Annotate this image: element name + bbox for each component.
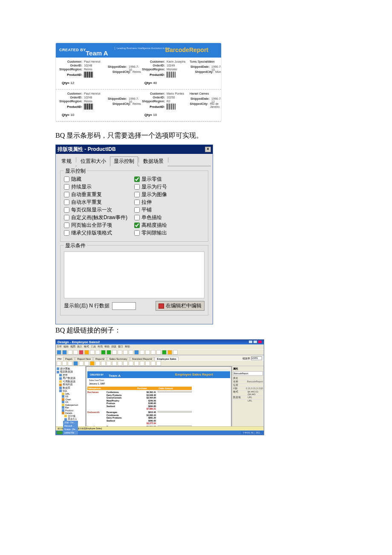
ide-bottom-panel[interactable]: 设计面板(设计视图中显示的是Employee Sales) bbox=[56, 426, 264, 431]
doc-tab[interactable]: Page1 bbox=[63, 357, 75, 361]
ide-menubar[interactable]: 文件编辑视图插入格式工具布局帮助排版窗口帮助 bbox=[56, 344, 264, 349]
label-customer: Customer: bbox=[58, 60, 83, 63]
tab-general[interactable]: 常规 bbox=[58, 156, 75, 166]
tree-icon bbox=[59, 377, 62, 380]
tree-icon bbox=[62, 398, 64, 401]
checkbox-right-3[interactable]: 拉伸 bbox=[134, 199, 205, 206]
checkbox-right-6[interactable]: 高精度描绘 bbox=[134, 222, 205, 229]
checkbox-right-4[interactable]: 平铺 bbox=[134, 206, 205, 214]
tree-node[interactable]: 数据库 bbox=[57, 387, 84, 390]
property-row[interactable]: 位置 bbox=[233, 383, 263, 387]
tree-icon bbox=[59, 387, 62, 389]
minimize-icon[interactable] bbox=[248, 340, 253, 344]
tree-node[interactable]: 合计项 bbox=[57, 415, 84, 418]
tab-data-scene[interactable]: 数据场景 bbox=[139, 156, 167, 166]
tree-node[interactable]: Product bbox=[57, 409, 84, 412]
tree-node[interactable]: URL bbox=[57, 393, 84, 395]
doc-tab[interactable]: Sales Summary bbox=[107, 357, 129, 361]
windows-taskbar[interactable]: 开始 - Out...Microsoft ...Notepa - [Re...u… bbox=[56, 431, 264, 435]
property-row[interactable]: 类名 bbox=[233, 376, 263, 380]
menu-item[interactable]: 帮助 bbox=[125, 345, 130, 349]
barcode-report-card: CREATED BY Team A Leading Business Intel… bbox=[55, 43, 222, 122]
tree-node[interactable]: Details bbox=[57, 412, 84, 414]
menu-item[interactable]: 工具 bbox=[91, 345, 96, 349]
tree-node[interactable]: 用户数据源 bbox=[57, 377, 84, 380]
report-row: Customer:Paul Henriot OrderID:10248 Ship… bbox=[56, 90, 221, 121]
taskbar-item[interactable]: 开始 - Out... bbox=[63, 421, 78, 424]
ide-document-tabs[interactable]: PM Page1Report NewReport2Sales SummarySt… bbox=[56, 355, 264, 360]
dialog-titlebar[interactable]: 排版项属性 - ProductIDB × bbox=[56, 145, 213, 154]
zoom-input[interactable] bbox=[251, 356, 262, 360]
taskbar-item[interactable]: Microsoft ... bbox=[63, 424, 78, 428]
tree-node[interactable]: 所在行1 bbox=[57, 418, 84, 421]
checkbox-left-0[interactable]: 隐藏 bbox=[64, 176, 134, 183]
tree-icon bbox=[64, 418, 67, 421]
checkbox-left-7[interactable]: 继承父排版项格式 bbox=[64, 229, 134, 237]
checkbox-right-2[interactable]: 显示为图像 bbox=[134, 191, 205, 198]
tree-node[interactable]: Bar bbox=[57, 406, 84, 409]
checkbox-right-5[interactable]: 单色描绘 bbox=[134, 214, 205, 221]
taskbar-item[interactable]: untitled File bbox=[63, 431, 78, 434]
close-icon[interactable]: × bbox=[205, 147, 211, 152]
taskbar-item[interactable]: Notepa - [Re... bbox=[63, 428, 78, 431]
checkbox-left-4[interactable]: 每页仅限显示一次 bbox=[64, 206, 134, 214]
tree-node[interactable]: SQL bbox=[57, 390, 84, 392]
tree-node[interactable]: Salesperson bbox=[57, 404, 84, 406]
ide-properties-panel[interactable]: 属性 BarcodeReport 类名名称BarcodeReport位置X轴0.… bbox=[232, 366, 264, 431]
checkbox-left-5[interactable]: 自定义画(触发Draw事件) bbox=[64, 214, 134, 221]
menu-item[interactable]: 排版 bbox=[111, 345, 116, 349]
tree-node[interactable]: 查询列表 bbox=[57, 383, 84, 386]
maximize-icon[interactable] bbox=[253, 340, 257, 344]
condition-text-area[interactable] bbox=[64, 251, 205, 298]
ide-toolbar-2[interactable] bbox=[56, 360, 264, 366]
menu-item[interactable]: 帮助 bbox=[104, 345, 110, 349]
tab-display-control[interactable]: 显示控制 bbox=[110, 156, 138, 166]
menu-item[interactable]: 编辑 bbox=[63, 345, 69, 349]
tree-icon bbox=[59, 390, 62, 392]
tree-icon bbox=[59, 374, 62, 376]
checkbox-left-6[interactable]: 同页输出全部子项 bbox=[64, 222, 134, 229]
doc-tab[interactable]: Standard Report2 bbox=[130, 357, 154, 361]
checkbox-left-1[interactable]: 持续显示 bbox=[64, 183, 134, 191]
body-text-2: BQ 超级链接的例子： bbox=[55, 326, 337, 335]
property-row[interactable]: 格式$#,##0.00;($#,##0 bbox=[233, 390, 263, 396]
checkbox-left-3[interactable]: 自动水平重复 bbox=[64, 199, 134, 206]
property-row[interactable]: URL bbox=[233, 399, 263, 402]
property-row[interactable]: 数据项URL bbox=[233, 396, 263, 399]
menu-item[interactable]: 窗口 bbox=[118, 345, 123, 349]
rows-n-input[interactable] bbox=[112, 302, 136, 310]
price-bar bbox=[158, 411, 192, 413]
checkbox-right-7[interactable]: 零间隙输出 bbox=[134, 229, 205, 237]
ide-toolbar-1[interactable] bbox=[56, 349, 264, 355]
start-button[interactable] bbox=[57, 431, 63, 434]
checkbox-right-1[interactable]: 显示为行号 bbox=[134, 183, 205, 191]
tab-position[interactable]: 位置和大小 bbox=[77, 156, 110, 166]
tree-node[interactable]: Chart bbox=[57, 398, 84, 401]
edit-in-bar-button[interactable]: 在编辑栏中编辑 bbox=[156, 301, 205, 311]
ide-design-surface[interactable]: CREATED BY Team A Employee Sales Report … bbox=[86, 366, 232, 431]
close-icon[interactable] bbox=[258, 340, 262, 344]
tree-node[interactable]: AA bbox=[57, 401, 84, 403]
ide-titlebar[interactable]: Design - Employee Sales2 bbox=[56, 340, 264, 344]
menu-item[interactable]: 插入 bbox=[77, 345, 82, 349]
tree-node[interactable]: 控件 bbox=[57, 374, 84, 377]
system-tray[interactable]: 下午8:01 周三 2011... bbox=[241, 431, 263, 434]
tree-node[interactable]: 设计面板 bbox=[57, 367, 84, 370]
taskbar-item[interactable]: 无标题-画图 bbox=[63, 434, 78, 435]
props-object-select[interactable]: BarcodeReport bbox=[233, 371, 263, 376]
menu-item[interactable]: 格式 bbox=[84, 345, 89, 349]
doc-tab[interactable]: Report2 bbox=[93, 357, 107, 361]
checkbox-left-2[interactable]: 自动垂直重复 bbox=[64, 191, 134, 198]
property-row[interactable]: X轴0.21,0.21,0.21|0 bbox=[233, 387, 263, 390]
menu-item[interactable]: 布局 bbox=[98, 345, 103, 349]
created-by-label: CREATED BY bbox=[59, 48, 86, 52]
tree-node[interactable]: 可用数据源 bbox=[57, 380, 84, 383]
checkbox-right-0[interactable]: 显示零值 bbox=[134, 176, 205, 183]
doc-tab[interactable]: Employee Sales bbox=[155, 357, 179, 361]
menu-item[interactable]: 文件 bbox=[57, 345, 62, 349]
doc-tab[interactable]: Report New bbox=[75, 357, 93, 361]
property-row[interactable]: 名称BarcodeReport bbox=[233, 380, 263, 383]
tree-node[interactable]: SS bbox=[57, 395, 84, 398]
tree-node[interactable]: 报表数据源 bbox=[57, 370, 84, 373]
menu-item[interactable]: 视图 bbox=[70, 345, 75, 349]
